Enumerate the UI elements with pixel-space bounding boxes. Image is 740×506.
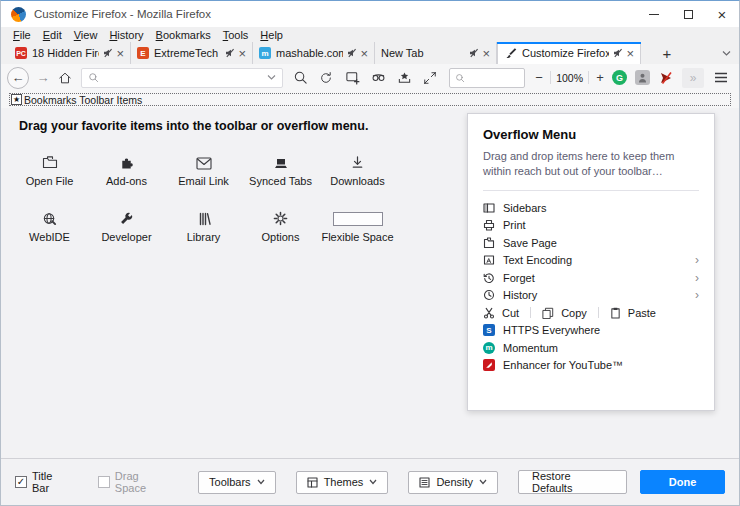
envelope-icon [196,157,212,170]
palette-item-developer[interactable]: Developer [88,200,165,243]
hamburger-menu-button[interactable] [709,67,733,89]
done-button[interactable]: Done [640,470,725,494]
wrench-icon [119,211,134,226]
paste-button[interactable]: Paste [610,307,656,319]
zoom-level[interactable]: 100% [554,72,585,84]
tab-mute-icon[interactable] [613,48,623,58]
overflow-item-https-everywhere[interactable]: S HTTPS Everywhere [483,321,699,339]
overflow-item-sidebars[interactable]: Sidebars [483,199,699,217]
tab-close-icon[interactable]: × [360,47,368,60]
menu-view[interactable]: View [68,29,104,41]
fullscreen-button[interactable] [417,67,443,89]
palette-item-library[interactable]: Library [165,200,242,243]
bookmarks-toolbar-dropzone[interactable]: ★ Bookmarks Toolbar Items [9,93,731,106]
menu-help[interactable]: Help [254,29,289,41]
copy-button[interactable]: Copy [542,307,587,319]
chevron-down-icon [369,479,377,485]
overflow-item-print[interactable]: Print [483,216,699,234]
title-bar-checkbox[interactable]: ✓ [15,476,27,488]
toolbar-overflow-button[interactable]: » [682,68,704,88]
overflow-item-enhancer-youtube[interactable]: Enhancer for YouTube™ [483,356,699,374]
brush-wedge-icon [485,361,493,369]
title-bar-checkbox-group[interactable]: ✓ Title Bar [15,470,72,494]
menu-bar: File Edit View History Bookmarks Tools H… [1,27,739,42]
muted-pointer-extension-icon[interactable] [658,70,673,85]
gray-extension-icon[interactable] [635,70,650,85]
address-bar[interactable] [81,68,283,88]
reload-button[interactable] [313,67,339,89]
hamburger-icon [714,71,728,84]
tab-pcmag[interactable]: PC 18 Hidden Firefox Fun × [9,42,131,64]
submenu-chevron-icon: › [695,289,699,301]
density-dropdown-button[interactable]: Density [408,471,498,494]
tab-customize-firefox-active[interactable]: Customize Firefox × [497,42,641,64]
minimize-button[interactable] [637,1,671,27]
bookmarks-menu-button[interactable] [391,67,417,89]
printer-icon [483,219,495,231]
restore-defaults-button[interactable]: Restore Defaults [518,470,627,494]
menu-history[interactable]: History [103,29,149,41]
tab-mute-icon[interactable] [347,48,357,58]
menu-file[interactable]: File [7,29,37,41]
overflow-item-text-encoding[interactable]: Text Encoding › [483,251,699,269]
cut-button[interactable]: Cut [483,307,519,319]
toolbars-label: Toolbars [209,476,251,488]
tab-close-icon[interactable]: × [482,47,490,60]
new-tab-button[interactable]: + [655,42,679,64]
menu-bookmarks[interactable]: Bookmarks [150,29,217,41]
themes-dropdown-button[interactable]: Themes [296,471,389,494]
chevron-down-icon[interactable] [267,74,276,81]
tab-new-tab[interactable]: New Tab × [375,42,497,64]
private-browsing-button[interactable] [365,67,391,89]
tab-mute-icon[interactable] [469,48,479,58]
close-button[interactable]: × [705,1,739,27]
search-button[interactable] [287,67,313,89]
drag-space-checkbox-group[interactable]: Drag Space [98,470,172,494]
overflow-item-save-page[interactable]: Save Page [483,234,699,252]
themes-label: Themes [324,476,364,488]
menu-edit[interactable]: Edit [37,29,68,41]
palette-item-synced-tabs[interactable]: Synced Tabs [242,144,319,187]
palette-item-label: Downloads [330,175,384,187]
toolbars-dropdown-button[interactable]: Toolbars [198,471,276,494]
tab-mute-icon[interactable] [103,48,113,58]
palette-item-add-ons[interactable]: Add-ons [88,144,165,187]
palette-item-email-link[interactable]: Email Link [165,144,242,187]
tab-mashable[interactable]: m mashable.com/ × [253,42,375,64]
overflow-item-momentum[interactable]: m Momentum [483,339,699,357]
home-button[interactable] [53,67,77,89]
search-field[interactable] [449,68,525,88]
palette-item-flexible-space[interactable]: Flexible Space [319,200,396,243]
tab-close-icon[interactable]: × [626,47,634,60]
grammarly-extension-icon[interactable]: G [612,70,627,85]
bookmarks-star-tray-icon [397,70,412,85]
palette-item-options[interactable]: Options [242,200,319,243]
menu-tools[interactable]: Tools [217,29,255,41]
palette-item-webide[interactable]: WebIDE [11,200,88,243]
overflow-item-history[interactable]: History › [483,286,699,304]
maximize-button[interactable] [671,1,705,27]
tab-close-icon[interactable]: × [116,47,124,60]
tab-extremetech[interactable]: E ExtremeTech - Extrem × [131,42,253,64]
overflow-item-forget[interactable]: Forget › [483,269,699,287]
all-tabs-dropdown-button[interactable] [715,42,737,64]
new-window-button[interactable] [339,67,365,89]
mashable-favicon: m [259,47,271,59]
palette-item-open-file[interactable]: Open File [11,144,88,187]
save-page-icon [483,237,495,249]
drag-space-checkbox[interactable] [98,476,110,488]
back-button[interactable]: ← [7,67,29,89]
bookmarks-toolbar-label: Bookmarks Toolbar Items [24,94,142,106]
text-encoding-icon [483,254,495,266]
search-icon [455,73,465,83]
forward-button[interactable]: → [33,67,53,89]
palette-item-downloads[interactable]: Downloads [319,144,396,187]
zoom-out-button[interactable]: − [531,70,547,85]
tab-close-icon[interactable]: × [238,47,246,60]
palette-item-label: Email Link [178,175,229,187]
divider [483,190,699,191]
tab-mute-icon[interactable] [225,48,235,58]
zoom-in-button[interactable]: + [592,70,608,85]
laptop-icon [273,158,289,170]
forget-clock-icon [483,272,495,284]
